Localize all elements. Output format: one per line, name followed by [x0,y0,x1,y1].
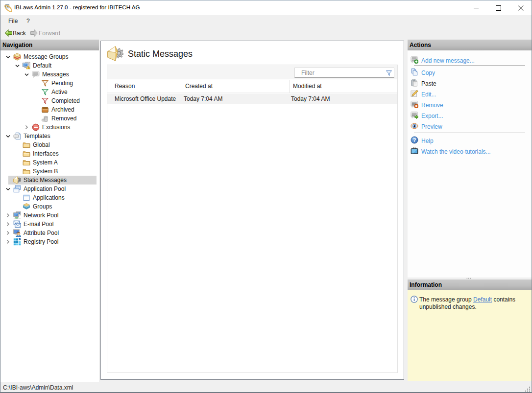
svg-text:?: ? [413,137,416,143]
